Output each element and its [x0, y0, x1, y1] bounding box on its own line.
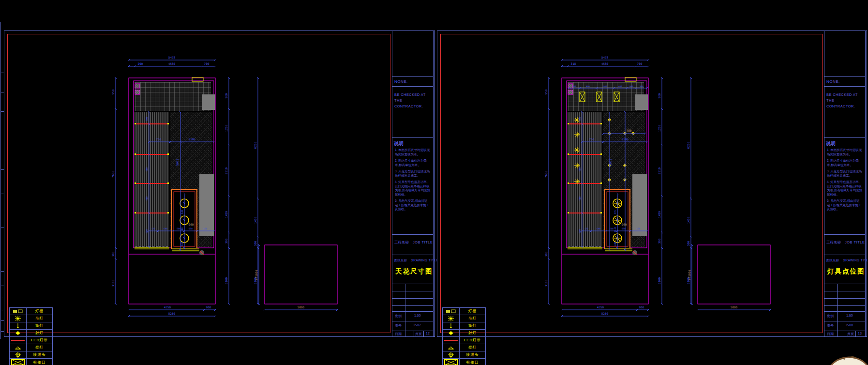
svg-text:1450: 1450	[658, 211, 661, 218]
legend-table: 灯槽 吊灯 筒灯 射灯 LED灯带 壁灯	[442, 307, 486, 365]
svg-text:300: 300	[640, 85, 644, 88]
drawing-title-row: 图纸名称DRAWING TITLE	[394, 259, 438, 263]
svg-text:3100: 3100	[658, 277, 661, 284]
chandelier-icon	[447, 315, 455, 322]
svg-text:5000: 5000	[731, 305, 738, 309]
title-block: NONE. BE CHECKED AT THE CONTRACTOR. 说明 1…	[824, 31, 866, 336]
legend-row: LED灯带	[443, 337, 485, 344]
downlight-icon	[15, 323, 21, 329]
svg-text:150: 150	[636, 228, 640, 230]
notes-header: 说明	[394, 140, 404, 147]
slot-light-icon	[445, 309, 457, 314]
annex-room	[698, 245, 770, 304]
job-title-row: 工程名称JOB TITLE	[394, 240, 433, 245]
svg-text:4560: 4560	[601, 62, 609, 65]
access-panel-icon	[444, 359, 458, 365]
annex-room-outline: (4500) 5000	[687, 236, 779, 314]
legend-row: 吊灯	[10, 315, 52, 322]
dim-label: 4560	[168, 62, 176, 65]
svg-text:(4500): (4500)	[254, 270, 258, 280]
person-head-overlay	[825, 355, 868, 365]
date-label: 日期	[395, 332, 402, 336]
drawing-title-row: 图纸名称DRAWING TITLE	[826, 259, 868, 263]
svg-text:2510: 2510	[224, 167, 228, 174]
svg-text:960: 960	[622, 223, 627, 226]
column-block	[635, 94, 648, 110]
lighting-plan-drawing: 5478 318 4560 700 900 400 900 400 900 30…	[506, 53, 699, 324]
annex-room	[265, 245, 337, 304]
spotlight-icon	[15, 331, 21, 335]
number-value: P-07	[414, 323, 421, 327]
svg-text:300: 300	[111, 251, 115, 257]
chandelier-icon	[14, 315, 22, 322]
svg-text:7630: 7630	[111, 170, 115, 178]
checked-note: BE CHECKED AT THE CONTRACTOR.	[826, 92, 865, 109]
svg-text:5000: 5000	[298, 305, 305, 309]
scale-value: 1:60	[414, 314, 421, 317]
neighbor-sheet-edge	[0, 22, 1, 339]
svg-text:2586: 2586	[622, 137, 629, 141]
svg-text:500: 500	[610, 228, 614, 230]
svg-text:700: 700	[637, 62, 643, 65]
svg-text:5075: 5075	[176, 158, 179, 166]
slatted-ceiling	[135, 112, 169, 247]
dim-label: 700	[204, 62, 210, 65]
svg-text:150: 150	[203, 228, 207, 230]
notes-list: 1. 本图所有尺寸均需以现场实际复核为准。 2. 图内尺寸单位均为毫米,标高单位…	[827, 148, 863, 214]
svg-text:1450: 1450	[224, 211, 228, 218]
svg-text:960: 960	[658, 93, 661, 98]
svg-text:150: 150	[584, 228, 588, 230]
svg-text:6200: 6200	[254, 141, 257, 149]
svg-text:400: 400	[614, 242, 616, 246]
svg-text:960: 960	[224, 93, 228, 98]
svg-text:4350: 4350	[597, 305, 604, 309]
svg-text:3100: 3100	[111, 279, 115, 287]
svg-text:6200: 6200	[687, 141, 690, 149]
svg-text:900: 900	[639, 305, 644, 309]
dim-label: 290	[138, 62, 143, 65]
legend-row: 壁灯	[10, 344, 52, 351]
svg-text:640: 640	[181, 210, 183, 214]
svg-text:650: 650	[181, 242, 183, 246]
legend-row: 筒灯	[10, 322, 52, 330]
svg-text:2586: 2586	[189, 137, 196, 141]
svg-text:3100: 3100	[544, 279, 548, 287]
access-panel-icon	[11, 359, 25, 365]
svg-text:1400: 1400	[254, 216, 257, 224]
wall-lamp-icon	[15, 346, 21, 350]
svg-text:900: 900	[572, 85, 576, 88]
legend-row: 灯槽	[10, 308, 52, 315]
svg-text:500: 500	[177, 228, 180, 230]
job-title-row: 工程名称JOB TITLE	[826, 240, 865, 245]
none-note: NONE.	[394, 79, 408, 84]
legend-row: 喷淋头	[10, 351, 52, 359]
svg-text:(4500): (4500)	[688, 270, 691, 280]
legend-table: 灯槽 吊灯 筒灯 射灯 LED灯带 壁灯	[9, 307, 53, 365]
svg-text:5250: 5250	[168, 312, 176, 315]
number-label: 图号	[395, 323, 402, 328]
legend-row: LED灯带	[10, 337, 52, 344]
svg-text:5478: 5478	[601, 56, 609, 59]
svg-text:960: 960	[189, 223, 194, 226]
svg-text:900: 900	[603, 85, 607, 88]
legend-row: 灯槽	[443, 308, 485, 315]
annex-room-outline: (4500) 5000	[254, 236, 346, 314]
svg-text:950: 950	[579, 229, 581, 233]
slot-light-icon	[12, 309, 24, 314]
slatted-ceiling	[568, 112, 602, 247]
svg-text:640: 640	[597, 228, 600, 230]
svg-text:700: 700	[146, 117, 148, 121]
svg-text:975: 975	[614, 210, 616, 214]
dim-label: 5478	[168, 56, 176, 59]
svg-text:5250: 5250	[601, 312, 609, 315]
svg-text:150: 150	[151, 228, 155, 230]
column-block	[202, 94, 215, 110]
legend-row: 射灯	[10, 330, 52, 337]
downlight-icon	[448, 323, 454, 329]
legend-row: 壁灯	[443, 344, 485, 351]
svg-text:750: 750	[156, 137, 162, 141]
column-block	[632, 174, 647, 236]
cad-viewport: NONE. BE CHECKED AT THE CONTRACTOR. 说明 1…	[0, 0, 868, 365]
svg-text:300: 300	[658, 238, 661, 243]
svg-text:1200: 1200	[224, 124, 228, 132]
